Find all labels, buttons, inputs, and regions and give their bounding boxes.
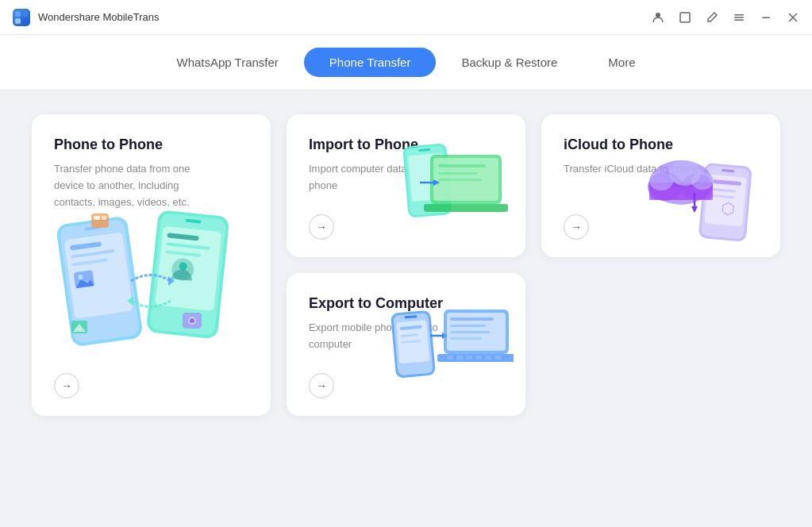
- svg-rect-90: [495, 356, 501, 360]
- svg-rect-47: [424, 204, 508, 212]
- window-controls: [652, 11, 799, 24]
- svg-rect-81: [450, 325, 486, 327]
- svg-text:⬡: ⬡: [720, 199, 735, 217]
- minimize-button[interactable]: [760, 11, 772, 24]
- svg-rect-2: [15, 18, 21, 24]
- nav-bar: WhatsApp Transfer Phone Transfer Backup …: [0, 35, 812, 90]
- svg-rect-83: [450, 337, 482, 340]
- tab-backup-restore[interactable]: Backup & Restore: [436, 48, 583, 77]
- card-icloud-to-phone[interactable]: iCloud to Phone Transfer iCloud data to …: [541, 114, 780, 257]
- svg-marker-69: [691, 206, 698, 213]
- svg-point-67: [691, 172, 714, 190]
- svg-rect-7: [734, 17, 744, 18]
- card-phone-to-phone[interactable]: Phone to Phone Transfer phone data from …: [32, 114, 271, 416]
- svg-rect-5: [680, 13, 690, 22]
- svg-rect-82: [450, 331, 490, 333]
- tab-phone-transfer[interactable]: Phone Transfer: [304, 48, 437, 77]
- tab-more[interactable]: More: [583, 48, 660, 77]
- svg-rect-48: [438, 164, 486, 167]
- profile-button[interactable]: [652, 11, 664, 24]
- app-name: Wondershare MobileTrans: [38, 11, 159, 23]
- export-illustration: [387, 298, 514, 404]
- icloud-illustration: ⬡: [645, 139, 768, 245]
- close-button[interactable]: [787, 11, 799, 24]
- card-phone-to-phone-arrow[interactable]: →: [54, 373, 79, 398]
- title-bar-left: Wondershare MobileTrans: [13, 9, 159, 26]
- svg-rect-35: [102, 216, 106, 220]
- svg-point-4: [656, 13, 660, 17]
- svg-rect-34: [94, 216, 100, 220]
- card-icloud-arrow[interactable]: →: [564, 214, 589, 240]
- svg-rect-50: [438, 179, 482, 181]
- svg-rect-8: [734, 19, 744, 21]
- card-import-arrow[interactable]: →: [309, 214, 334, 240]
- svg-rect-1: [22, 11, 28, 17]
- app-icon: [13, 9, 30, 26]
- cards-grid: Phone to Phone Transfer phone data from …: [32, 114, 780, 416]
- svg-rect-86: [456, 356, 463, 360]
- import-illustration: [387, 139, 514, 245]
- card-phone-to-phone-title: Phone to Phone: [54, 137, 248, 153]
- svg-point-38: [190, 318, 194, 323]
- main-content: Phone to Phone Transfer phone data from …: [0, 90, 812, 527]
- card-import-to-phone[interactable]: Import to Phone Import computer data to …: [287, 114, 525, 257]
- svg-rect-0: [15, 11, 21, 17]
- svg-rect-85: [447, 356, 453, 360]
- svg-rect-9: [762, 17, 770, 18]
- svg-rect-87: [466, 356, 472, 360]
- svg-rect-88: [475, 356, 482, 360]
- svg-rect-6: [734, 14, 744, 16]
- svg-rect-80: [450, 317, 494, 321]
- window-icon-button[interactable]: [679, 11, 691, 24]
- svg-rect-49: [438, 172, 478, 175]
- card-export-arrow[interactable]: →: [309, 373, 334, 398]
- svg-rect-33: [91, 213, 109, 228]
- tab-whatsapp-transfer[interactable]: WhatsApp Transfer: [151, 48, 303, 77]
- edit-button[interactable]: [706, 11, 718, 24]
- menu-button[interactable]: [733, 11, 745, 24]
- phone-to-phone-illustration: [48, 202, 255, 376]
- svg-rect-89: [485, 356, 491, 360]
- card-export-to-computer[interactable]: Export to Computer Export mobile phone d…: [287, 273, 525, 416]
- svg-rect-3: [22, 18, 28, 24]
- title-bar: Wondershare MobileTrans: [0, 0, 812, 35]
